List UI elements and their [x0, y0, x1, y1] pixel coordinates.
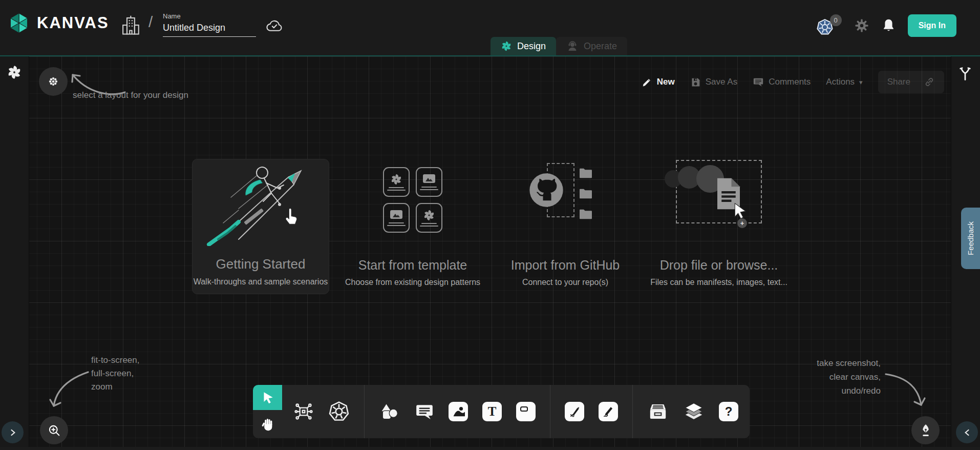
pen-path-icon [568, 405, 581, 418]
dock-divider [632, 385, 633, 438]
design-tab-label: Design [517, 41, 546, 52]
caliper-tool-icon[interactable] [958, 66, 972, 83]
collapse-right-panel-button[interactable] [956, 421, 978, 443]
share-link-icon [924, 76, 935, 88]
card-title: Getting Started [216, 256, 306, 272]
actions-dropdown[interactable]: Actions ▾ [826, 77, 862, 87]
getting-started-art [193, 159, 329, 256]
add-plus-badge: + [737, 218, 747, 228]
layout-hint-text: select a layout for your design [73, 90, 188, 100]
canvas-actions-bar: New Save As Comments Actions ▾ Share [642, 71, 944, 93]
pencil-tool-button[interactable] [599, 402, 618, 421]
operate-tab-label: Operate [584, 41, 617, 52]
template-tile-design [383, 167, 410, 197]
brand[interactable]: KANVAS [7, 11, 109, 35]
chevron-left-icon [962, 427, 972, 438]
layout-picker-button[interactable] [39, 67, 68, 96]
template-art [349, 159, 476, 258]
screenshot-pen-button[interactable] [911, 416, 940, 444]
cursor-arrow-icon [731, 202, 749, 220]
layers-icon [683, 401, 705, 422]
feedback-tab[interactable]: Feedback [961, 208, 980, 269]
chevron-down-icon: ▾ [859, 78, 863, 86]
help-tool-button[interactable]: ? [719, 402, 738, 421]
design-name-field: Name [163, 12, 256, 37]
tab-operate[interactable]: Operate [556, 37, 627, 55]
text-tool-button[interactable]: T [482, 402, 502, 421]
shapes-tool-button[interactable] [379, 401, 400, 422]
comments-icon [753, 76, 764, 88]
design-tab-icon [501, 40, 512, 52]
import-from-github-card[interactable]: Import from GitHub Connect to your repo(… [501, 159, 630, 294]
organization-icon[interactable] [120, 13, 141, 37]
repo-folder-icon [577, 206, 595, 222]
dock-divider [364, 385, 365, 438]
sign-in-button[interactable]: Sign In [908, 14, 956, 37]
tool-dock: T [253, 385, 750, 438]
new-button[interactable]: New [642, 77, 675, 88]
tab-design[interactable]: Design [491, 37, 556, 55]
hand-cursor-icon [282, 207, 301, 227]
meshery-spinner-icon[interactable] [7, 65, 22, 80]
repo-folder-icon [577, 165, 595, 181]
card-subtitle: Connect to your repo(s) [522, 278, 608, 287]
magnifier-plus-icon [47, 423, 61, 438]
kubernetes-tool-button[interactable] [328, 401, 350, 422]
comments-label: Comments [769, 77, 811, 87]
flower-icon [47, 75, 60, 88]
save-as-label: Save As [706, 77, 737, 87]
notifications-bell-icon[interactable] [882, 18, 896, 33]
github-octocat-icon [527, 171, 565, 209]
cursor-arrow-icon [261, 391, 274, 405]
comment-tool-button[interactable] [415, 402, 434, 421]
new-label: New [657, 77, 675, 87]
zoom-controls-button[interactable] [40, 416, 68, 444]
rocket-doodle-icon [203, 161, 315, 246]
feedback-label: Feedback [966, 221, 975, 255]
image-icon [451, 404, 465, 419]
github-art [501, 159, 630, 258]
drop-file-card[interactable]: + Drop file or browse... Files can be ma… [653, 159, 784, 294]
settings-gear-icon[interactable] [854, 18, 869, 33]
component-tool-button[interactable] [293, 401, 314, 422]
cloud-sync-icon [265, 17, 284, 34]
expand-left-panel-button[interactable] [2, 421, 24, 443]
board-icon [519, 405, 532, 418]
image-tool-button[interactable] [449, 402, 468, 421]
chevron-right-icon [8, 427, 18, 438]
design-name-label: Name [163, 12, 256, 20]
template-tile-image2 [383, 203, 410, 233]
pan-tool-button[interactable] [253, 410, 282, 438]
credits-badge: 0 [830, 14, 842, 26]
tool-dock-main: T [282, 385, 750, 438]
drawer-tool-button[interactable] [647, 402, 669, 421]
comments-button[interactable]: Comments [753, 76, 811, 88]
kubernetes-wheel-icon [328, 401, 350, 422]
template-tile-image [416, 167, 442, 197]
screenshot-hint-arrow [882, 368, 928, 412]
app-header: KANVAS / Name Design Operate [0, 0, 980, 55]
card-title: Drop file or browse... [660, 258, 778, 273]
chip-icon [293, 401, 314, 422]
design-canvas[interactable]: select a layout for your design New Save… [0, 55, 980, 450]
template-tile-design2 [416, 203, 442, 233]
mode-tabs: Design Operate [491, 37, 627, 55]
pointer-tool-stack [253, 385, 282, 438]
card-subtitle: Choose from existing design patterns [345, 278, 480, 287]
pen-tool-button[interactable] [565, 402, 584, 421]
select-tool-button[interactable] [253, 385, 282, 410]
board-tool-button[interactable] [516, 402, 536, 421]
drawer-icon [647, 402, 669, 421]
start-from-template-card[interactable]: Start from template Choose from existing… [349, 159, 476, 294]
getting-started-card[interactable]: Getting Started Walk-throughs and sample… [192, 159, 329, 294]
actions-label: Actions [826, 77, 855, 87]
kanvas-logo-icon [7, 11, 31, 35]
drop-file-art: + [653, 159, 784, 258]
share-button[interactable]: Share [878, 71, 944, 93]
breadcrumb-separator: / [148, 13, 153, 31]
design-name-input[interactable] [163, 22, 256, 37]
kubernetes-credits[interactable]: 0 [816, 14, 842, 37]
save-as-button[interactable]: Save As [690, 77, 737, 88]
screenshot-hint-text: take screenshot, clear canvas, undo/redo [817, 356, 881, 398]
layers-tool-button[interactable] [683, 401, 705, 422]
